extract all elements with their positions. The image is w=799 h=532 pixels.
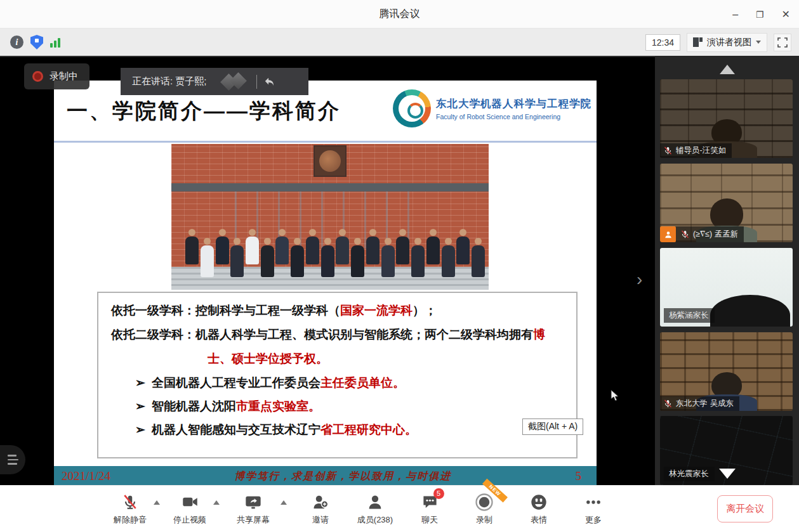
view-mode-dropdown[interactable]: 演讲者视图 — [687, 33, 767, 52]
tool-label: 共享屏幕 — [237, 514, 270, 526]
shared-slide: 一、学院简介——学科简介 东北大学机器人科学与工程学院 Faculty of R… — [54, 81, 597, 486]
tool-label: 聊天 — [421, 514, 438, 526]
emoji-icon — [530, 493, 548, 511]
members-icon — [366, 493, 384, 511]
slide-bullet: ➢机器人智能感知与交互技术辽宁省工程研究中心。 — [111, 422, 564, 438]
video-options-caret[interactable] — [213, 500, 220, 505]
participant-video[interactable]: 辅导员-汪笑如 — [660, 79, 793, 158]
slide-title: 一、学院简介——学科简介 — [67, 97, 341, 126]
slide-page-number: 5 — [576, 469, 582, 483]
bullet-arrow-icon: ➢ — [135, 423, 145, 436]
stop-video-button[interactable]: 停止视频 — [166, 493, 213, 526]
active-speaker-label: 正在讲话: 贾子熙; — [132, 75, 207, 88]
participant-name: 林光震家长 — [669, 469, 709, 479]
chevron-down-icon — [756, 41, 761, 44]
faculty-logo-icon — [393, 89, 431, 127]
invite-icon — [312, 493, 329, 511]
slide-textbox: 依托一级学科：控制科学与工程一级学科（国家一流学科）； 依托二级学科：机器人科学… — [97, 292, 578, 458]
slide-date: 2021/1/24 — [62, 469, 110, 483]
layout-icon — [693, 37, 703, 47]
record-icon: NEW — [475, 493, 494, 511]
participant-name-strip: 辅导员-汪笑如 — [660, 143, 732, 158]
host-badge-icon — [660, 226, 676, 242]
meeting-topbar: i 12:34 演讲者视图 — [0, 29, 799, 56]
group-photo — [171, 144, 489, 290]
participant-name-strip: 东北大学 吴成东 — [660, 396, 739, 411]
meeting-toolbar: 解除静音 停止视频 共享屏幕 邀请 成员(238) — [0, 485, 799, 532]
more-icon — [584, 493, 602, 511]
mouse-cursor — [610, 389, 620, 402]
slide-text-line: 依托一级学科：控制科学与工程一级学科（国家一流学科）； — [111, 302, 564, 318]
view-mode-label: 演讲者视图 — [707, 37, 751, 48]
participant-video[interactable]: 杨紫涵家长 — [660, 248, 793, 327]
chat-icon: 5 — [421, 493, 439, 511]
info-icon[interactable]: i — [10, 36, 23, 49]
tool-label: 更多 — [585, 514, 602, 526]
next-page-chevron-icon[interactable]: › — [637, 269, 642, 290]
group-people — [181, 215, 479, 285]
watermark-logo-icon — [221, 74, 250, 90]
active-speaker-bar: 正在讲话: 贾子熙; — [121, 68, 308, 95]
participant-video[interactable]: (≥∇≤) 孟孟新 — [660, 164, 793, 242]
screen-share-icon — [244, 493, 262, 511]
tool-label: 录制 — [476, 514, 492, 526]
slide-motto: 博学笃行，求是创新，学以致用，与时俱进 — [110, 470, 575, 483]
unmute-button[interactable]: 解除静音 — [107, 493, 154, 526]
participant-name: 东北大学 吴成东 — [676, 398, 734, 409]
camera-icon — [182, 493, 199, 511]
participant-video[interactable]: 东北大学 吴成东 — [660, 332, 793, 411]
screenshot-tooltip: 截图(Alt + A) — [522, 418, 583, 435]
building-emblem — [314, 145, 347, 177]
window-titlebar: 腾讯会议 – ❐ ✕ — [0, 0, 799, 29]
participant-name: 辅导员-汪笑如 — [676, 145, 726, 156]
minimize-button[interactable]: – — [732, 9, 738, 20]
slide-footer: 2021/1/24 博学笃行，求是创新，学以致用，与时俱进 5 — [54, 466, 597, 486]
share-screen-button[interactable]: 共享屏幕 — [226, 493, 281, 526]
participant-name-strip: 杨紫涵家长 — [664, 308, 715, 323]
caption-list-button[interactable] — [0, 445, 25, 474]
slide-text-line: 士、硕士学位授予权。 — [111, 351, 564, 367]
list-icon — [8, 455, 18, 465]
faculty-logo-cn: 东北大学机器人科学与工程学院 — [436, 97, 591, 111]
fullscreen-button[interactable] — [774, 34, 791, 51]
slide-bullet: ➢智能机器人沈阳市重点实验室。 — [111, 398, 564, 414]
scroll-up-arrow-icon[interactable] — [720, 65, 735, 74]
slide-text-line: 依托二级学科：机器人科学与工程、模式识别与智能系统；两个二级学科均拥有博 — [111, 327, 564, 342]
chat-button[interactable]: 5 聊天 — [402, 493, 457, 526]
meeting-timer: 12:34 — [645, 34, 680, 51]
mic-muted-icon — [680, 230, 690, 239]
maximize-button[interactable]: ❐ — [756, 10, 764, 20]
window-title: 腾讯会议 — [0, 8, 799, 21]
more-button[interactable]: 更多 — [566, 493, 621, 526]
slide-bullet: ➢全国机器人工程专业工作委员会主任委员单位。 — [111, 375, 564, 391]
tool-label: 停止视频 — [173, 514, 206, 526]
share-options-caret[interactable] — [281, 500, 287, 505]
record-button[interactable]: NEW 录制 — [457, 493, 512, 526]
faculty-logo-en: Faculty of Robot Science and Engineering — [436, 113, 591, 120]
chat-badge: 5 — [433, 488, 444, 499]
mic-muted-icon — [663, 399, 673, 408]
security-shield-icon[interactable] — [30, 35, 43, 49]
mic-options-caret[interactable] — [154, 500, 160, 505]
emoji-button[interactable]: 表情 — [512, 493, 566, 526]
reply-arrow-icon[interactable] — [263, 77, 275, 87]
recording-indicator[interactable]: 录制中 — [24, 63, 89, 89]
participant-name-strip: 林光震家长 — [664, 467, 715, 481]
scroll-down-arrow-icon[interactable] — [719, 469, 736, 479]
main-stage: 一、学院简介——学科简介 东北大学机器人科学与工程学院 Faculty of R… — [0, 56, 655, 485]
close-button[interactable]: ✕ — [782, 8, 790, 20]
leave-meeting-button[interactable]: 离开会议 — [717, 495, 773, 522]
mic-muted-icon — [122, 493, 138, 511]
network-signal-icon[interactable] — [50, 37, 60, 48]
tool-label: 成员(238) — [357, 514, 393, 526]
invite-button[interactable]: 邀请 — [293, 493, 348, 526]
slide-divider — [54, 141, 597, 143]
participant-name: (≥∇≤) 孟孟新 — [693, 229, 738, 240]
bullet-arrow-icon: ➢ — [135, 376, 145, 389]
faculty-logo: 东北大学机器人科学与工程学院 Faculty of Robot Science … — [393, 89, 591, 127]
participants-sidebar: 辅导员-汪笑如 (≥∇≤) 孟孟新 杨紫涵家长 东北大学 吴成东 — [655, 56, 799, 485]
mic-muted-icon — [663, 146, 673, 155]
members-button[interactable]: 成员(238) — [348, 493, 402, 526]
record-dot-icon — [32, 71, 43, 82]
tool-label: 解除静音 — [114, 514, 147, 526]
